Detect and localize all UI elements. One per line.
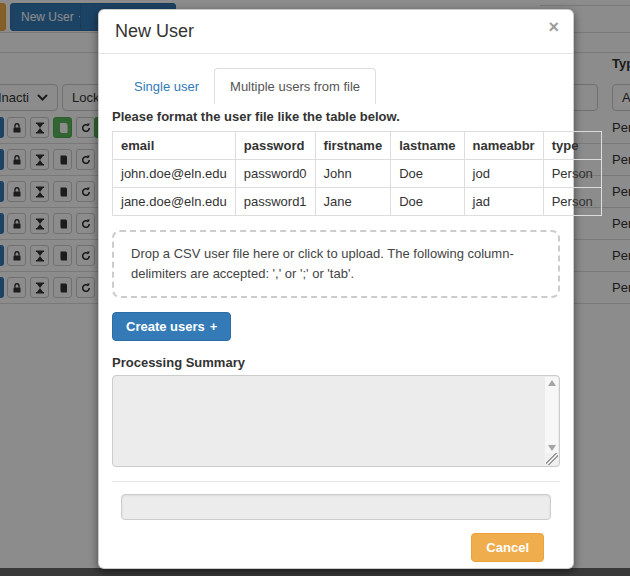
processing-summary-textarea[interactable] [112, 375, 560, 467]
tab-multiple-users[interactable]: Multiple users from file [214, 68, 376, 104]
progress-bar [121, 494, 551, 520]
divider [112, 481, 560, 482]
cell-email: jane.doe@eln.edu [113, 188, 236, 216]
modal-title: New User [115, 21, 557, 42]
tab-single-user[interactable]: Single user [119, 69, 214, 104]
cell-type: Person [543, 160, 601, 188]
column-header: firstname [315, 132, 391, 160]
csv-dropzone[interactable]: Drop a CSV user file here or click to up… [112, 230, 560, 298]
cell-password: password1 [235, 188, 315, 216]
processing-summary-value [113, 376, 559, 384]
modal-header: New User × [99, 10, 573, 54]
column-header: password [235, 132, 315, 160]
cancel-button[interactable]: Cancel [471, 533, 544, 562]
modal-footer: Cancel [112, 520, 560, 562]
plus-icon: + [210, 319, 218, 334]
column-header: nameabbr [464, 132, 543, 160]
column-header: lastname [391, 132, 464, 160]
table-row: jane.doe@eln.edu password1 Jane Doe jad … [113, 188, 602, 216]
new-user-modal: New User × Single user Multiple users fr… [98, 9, 574, 569]
format-note: Please format the user file like the tab… [112, 109, 560, 124]
processing-summary-label: Processing Summary [112, 355, 560, 370]
cell-nameabbr: jad [464, 188, 543, 216]
create-users-button[interactable]: Create users + [112, 312, 231, 341]
scrollbar[interactable] [545, 377, 558, 465]
cell-firstname: John [315, 160, 391, 188]
cell-lastname: Doe [391, 188, 464, 216]
cell-firstname: Jane [315, 188, 391, 216]
close-icon[interactable]: × [548, 18, 559, 36]
scroll-down-icon[interactable] [548, 445, 556, 451]
table-row: john.doe@eln.edu password0 John Doe jod … [113, 160, 602, 188]
example-user-table: email password firstname lastname nameab… [112, 131, 602, 216]
tab-bar: Single user Multiple users from file [112, 68, 560, 104]
resize-handle-icon[interactable] [546, 453, 558, 465]
cell-password: password0 [235, 160, 315, 188]
cell-nameabbr: jod [464, 160, 543, 188]
cell-type: Person [543, 188, 601, 216]
create-users-button-label: Create users [126, 319, 205, 334]
scroll-up-icon[interactable] [548, 380, 556, 386]
column-header: type [543, 132, 601, 160]
modal-body: Single user Multiple users from file Ple… [99, 54, 573, 562]
cell-lastname: Doe [391, 160, 464, 188]
column-header: email [113, 132, 236, 160]
table-header-row: email password firstname lastname nameab… [113, 132, 602, 160]
cell-email: john.doe@eln.edu [113, 160, 236, 188]
